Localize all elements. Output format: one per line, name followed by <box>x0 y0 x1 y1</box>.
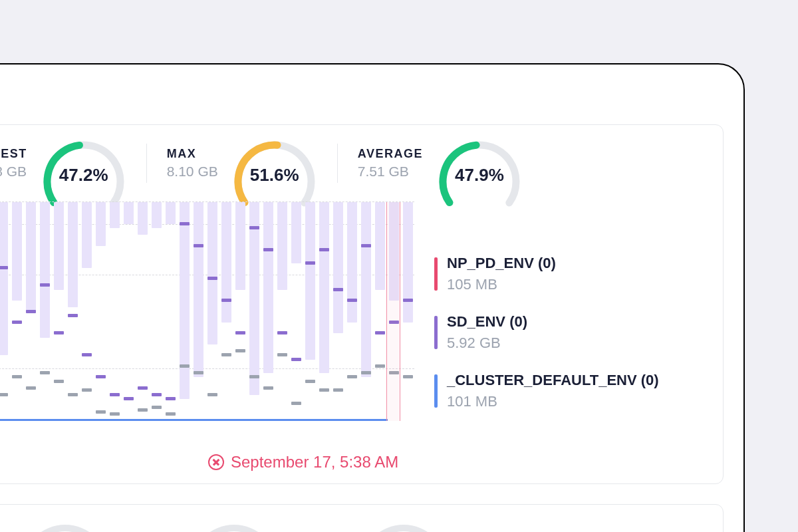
gauge-max: MAX 8.10 GB 51.6% <box>147 138 338 188</box>
chart-baseline <box>0 419 388 421</box>
gauge-arc: 47.9% <box>436 138 523 188</box>
legend-item[interactable]: _CLUSTER_DEFAULT_ENV (0) 101 MB <box>434 372 710 410</box>
timestamp-row: September 17, 5:38 AM <box>0 444 723 483</box>
bar-slot <box>360 202 372 421</box>
bar-slot <box>25 202 37 421</box>
bar-slot <box>53 202 65 421</box>
chart-legend: NP_PD_ENV (0) 105 MB SD_ENV (0) 5.92 GB … <box>414 201 723 444</box>
legend-color-icon <box>434 257 438 291</box>
legend-name: SD_ENV (0) <box>447 313 527 331</box>
legend-value: 105 MB <box>447 276 556 293</box>
bar-slot <box>332 202 344 421</box>
gauge-placeholder <box>360 525 447 532</box>
gauge-placeholder <box>191 525 277 532</box>
gauge-average: AVERAGE 7.51 GB 47.9% <box>338 138 543 188</box>
error-icon <box>208 454 224 470</box>
bar-slot <box>262 202 275 421</box>
bar-slot <box>234 202 247 421</box>
gauge-percent: 51.6% <box>231 165 318 186</box>
metrics-card: LATEST 7.38 GB 47.2% MAX 8.10 GB 51.6% A… <box>0 124 724 484</box>
bar-slot <box>402 202 414 421</box>
gauge-percent: 47.2% <box>41 165 127 186</box>
bar-slot <box>94 202 107 421</box>
gauge-label: MAX <box>167 147 218 161</box>
legend-value: 101 MB <box>447 393 659 410</box>
bar-slot <box>0 202 9 421</box>
bar-slot <box>108 202 121 421</box>
chart-area[interactable] <box>0 201 414 421</box>
app-window: LATEST 7.38 GB 47.2% MAX 8.10 GB 51.6% A… <box>0 63 745 532</box>
gauge-row: LATEST 7.38 GB 47.2% MAX 8.10 GB 51.6% A… <box>0 125 723 201</box>
bar-slot <box>122 202 135 421</box>
chart-body: NP_PD_ENV (0) 105 MB SD_ENV (0) 5.92 GB … <box>0 201 723 444</box>
legend-name: _CLUSTER_DEFAULT_ENV (0) <box>447 372 659 389</box>
bar-slot <box>66 202 79 421</box>
gauge-value: 7.38 GB <box>0 164 27 180</box>
gauge-label: AVERAGE <box>358 147 423 161</box>
bar-slot <box>276 202 289 421</box>
legend-color-icon <box>434 316 438 349</box>
legend-value: 5.92 GB <box>447 334 527 352</box>
gauge-value: 8.10 GB <box>167 164 218 180</box>
bar-slot <box>206 202 219 421</box>
bar-slot <box>192 202 205 421</box>
gauge-placeholder <box>22 525 108 532</box>
bar-slot <box>346 202 358 421</box>
bar-slot <box>318 202 331 421</box>
bar-slot <box>80 202 93 421</box>
gauge-value: 7.51 GB <box>358 164 423 180</box>
legend-name: NP_PD_ENV (0) <box>447 255 556 272</box>
secondary-card <box>0 504 724 532</box>
bar-slot <box>374 202 386 421</box>
legend-item[interactable]: NP_PD_ENV (0) 105 MB <box>434 255 710 293</box>
bar-slot <box>136 202 149 421</box>
gauge-percent: 47.9% <box>436 165 523 186</box>
chart-highlight <box>386 202 400 421</box>
legend-color-icon <box>434 374 438 408</box>
bar-slot <box>248 202 261 421</box>
bar-slot <box>164 202 177 421</box>
bar-slot <box>11 202 23 421</box>
bar-slot <box>304 202 317 421</box>
bar-slot <box>150 202 163 421</box>
legend-item[interactable]: SD_ENV (0) 5.92 GB <box>434 313 710 352</box>
gauge-label: LATEST <box>0 147 27 161</box>
gauge-arc: 47.2% <box>41 138 127 188</box>
bar-slot <box>220 202 233 421</box>
gauge-latest: LATEST 7.38 GB 47.2% <box>0 138 147 188</box>
bar-slot <box>39 202 51 421</box>
gauge-arc: 51.6% <box>231 138 318 188</box>
timestamp-text: September 17, 5:38 AM <box>231 453 398 471</box>
bar-slot <box>290 202 303 421</box>
bar-slot <box>178 202 191 421</box>
